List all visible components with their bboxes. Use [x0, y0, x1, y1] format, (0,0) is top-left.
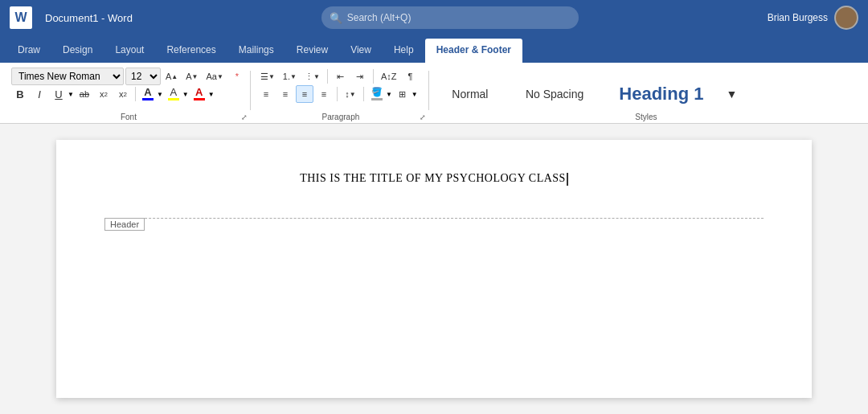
font-group-label: Font: [6, 113, 251, 121]
document-area: THIS IS THE TITLE OF MY PSYCHOLOGY CLASS…: [0, 124, 868, 414]
line-spacing-btn[interactable]: ↕▼: [342, 85, 359, 103]
show-formatting-btn[interactable]: ¶: [401, 68, 419, 85]
para-row-1: ☰▼ 1.▼ ⋮▼ ⇤ ⇥ A↕Z ¶: [257, 68, 424, 85]
subscript-btn[interactable]: x2: [95, 85, 113, 103]
styles-more-btn[interactable]: ▼: [723, 85, 740, 103]
para-sep4: [363, 87, 364, 101]
para-sep2: [373, 69, 374, 84]
page-content: THIS IS THE TITLE OF MY PSYCHOLOGY CLASS…: [104, 172, 764, 232]
tab-mailings[interactable]: Mailings: [227, 39, 285, 63]
search-container[interactable]: 🔍: [321, 6, 579, 29]
tab-header-footer[interactable]: Header & Footer: [425, 39, 522, 63]
font-color-btn[interactable]: A: [139, 85, 157, 103]
decrease-indent-btn[interactable]: ⇤: [332, 68, 350, 85]
sort-btn[interactable]: A↕Z: [378, 68, 400, 85]
justify-btn[interactable]: ≡: [315, 85, 333, 103]
font-row-1: Times New Roman 12 A▲ A▼ Aa▼ *: [11, 68, 246, 85]
tab-references[interactable]: References: [155, 39, 227, 63]
tab-help[interactable]: Help: [383, 39, 425, 63]
increase-indent-btn[interactable]: ⇥: [351, 68, 369, 85]
highlight-btn[interactable]: A: [165, 85, 182, 103]
font-group-expand[interactable]: ⤢: [241, 113, 248, 121]
borders-container: ⊞ ▼: [394, 85, 418, 103]
change-case-btn[interactable]: Aa▼: [203, 68, 227, 85]
paragraph-group-label: Paragraph: [252, 113, 429, 121]
user-area: Brian Burgess: [768, 6, 858, 30]
paragraph-group-expand[interactable]: ⤢: [420, 113, 426, 121]
tab-layout[interactable]: Layout: [104, 39, 155, 63]
user-name: Brian Burgess: [768, 12, 828, 23]
font-color2-dropdown[interactable]: ▼: [208, 91, 215, 98]
multilevel-list-btn[interactable]: ⋮▼: [301, 68, 323, 85]
highlight-dropdown[interactable]: ▼: [182, 91, 189, 98]
search-area: 🔍: [133, 6, 768, 29]
superscript-btn[interactable]: x2: [114, 85, 132, 103]
styles-group: Normal No Spacing Heading 1 ▼ Styles: [431, 66, 862, 123]
font-color-swatch: [142, 98, 154, 100]
shading-dropdown[interactable]: ▼: [386, 91, 392, 98]
font-color-dropdown[interactable]: ▼: [157, 91, 163, 98]
text-cursor: [567, 173, 568, 186]
para-sep3: [337, 87, 338, 101]
font-color2-btn[interactable]: A: [190, 85, 208, 103]
tab-review[interactable]: Review: [285, 39, 339, 63]
borders-btn[interactable]: ⊞: [394, 85, 411, 103]
underline-container: U ▼: [50, 85, 74, 103]
tab-view[interactable]: View: [339, 39, 383, 63]
align-left-btn[interactable]: ≡: [257, 85, 275, 103]
font-group: Times New Roman 12 A▲ A▼ Aa▼ * B I U ▼ a…: [6, 66, 251, 123]
font-red-swatch: [194, 98, 205, 100]
align-right-btn[interactable]: ≡: [296, 85, 313, 103]
font-name-select[interactable]: Times New Roman: [11, 68, 124, 85]
numbering-btn[interactable]: 1.▼: [280, 68, 300, 85]
document-body-title[interactable]: THIS IS THE TITLE OF MY PSYCHOLOGY CLASS: [104, 172, 764, 186]
decrease-font-btn[interactable]: A▼: [182, 68, 201, 85]
highlight-container: A ▼: [165, 85, 189, 103]
bullets-btn[interactable]: ☰▼: [257, 68, 278, 85]
para-sep1: [327, 69, 328, 84]
font-highlight2-container: A ▼: [190, 85, 215, 103]
font-row-2: B I U ▼ ab x2 x2 A ▼ A ▼: [11, 85, 246, 103]
word-icon: W: [10, 6, 32, 29]
highlight-swatch: [168, 98, 179, 100]
page[interactable]: THIS IS THE TITLE OF MY PSYCHOLOGY CLASS…: [56, 140, 812, 398]
increase-font-btn[interactable]: A▲: [162, 68, 181, 85]
search-input[interactable]: [347, 12, 569, 23]
paragraph-group: ☰▼ 1.▼ ⋮▼ ⇤ ⇥ A↕Z ¶ ≡ ≡ ≡ ≡ ↕▼ 🪣 ▼: [252, 66, 429, 123]
font-color-container: A ▼: [139, 85, 163, 103]
para-row-2: ≡ ≡ ≡ ≡ ↕▼ 🪣 ▼ ⊞ ▼: [257, 85, 424, 103]
shading-swatch: [371, 98, 383, 100]
title-bar: W Document1 - Word 🔍 Brian Burgess: [0, 0, 868, 35]
avatar[interactable]: [834, 6, 858, 30]
separator: [135, 87, 136, 101]
bold-btn[interactable]: B: [11, 85, 29, 103]
underline-btn[interactable]: U: [50, 85, 68, 103]
document-title-bar: Document1 - Word: [45, 12, 133, 24]
header-section[interactable]: Header: [104, 218, 764, 232]
styles-group-label: Styles: [431, 113, 862, 121]
tab-design[interactable]: Design: [51, 39, 104, 63]
toolbar: Times New Roman 12 A▲ A▼ Aa▼ * B I U ▼ a…: [0, 63, 868, 124]
strikethrough-btn[interactable]: ab: [76, 85, 93, 103]
underline-dropdown[interactable]: ▼: [68, 91, 74, 98]
italic-btn[interactable]: I: [31, 85, 48, 103]
ribbon-tabs: Draw Design Layout References Mailings R…: [0, 35, 868, 63]
header-label: Header: [104, 218, 145, 231]
align-center-btn[interactable]: ≡: [276, 85, 294, 103]
shading-container: 🪣 ▼: [368, 85, 392, 103]
tab-draw[interactable]: Draw: [6, 39, 51, 63]
font-size-select[interactable]: 12: [125, 68, 161, 85]
shading-btn[interactable]: 🪣: [368, 85, 386, 103]
search-box-wrapper: [321, 6, 579, 29]
borders-dropdown[interactable]: ▼: [411, 91, 418, 98]
clear-formatting-btn[interactable]: *: [228, 68, 246, 85]
title-bar-left: W Document1 - Word: [10, 6, 133, 29]
